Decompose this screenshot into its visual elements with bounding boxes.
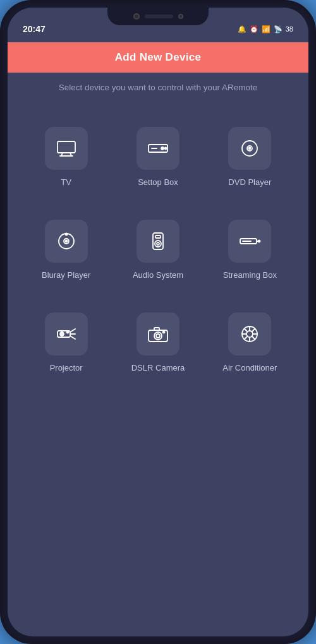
- signal-icon: 📶: [262, 25, 270, 33]
- tv-label: TV: [61, 177, 71, 188]
- projector-icon: [45, 313, 88, 355]
- device-settop-box[interactable]: Settop Box: [112, 111, 204, 204]
- audio-system-icon: [137, 220, 179, 263]
- bluray-player-icon: [45, 220, 88, 263]
- svg-point-17: [157, 242, 159, 245]
- dvd-player-label: DVD Player: [228, 177, 271, 188]
- subtitle-text: Select device you want to control with y…: [8, 73, 308, 105]
- svg-line-27: [70, 329, 75, 332]
- svg-point-32: [154, 332, 162, 340]
- projector-label: Projector: [50, 363, 83, 374]
- device-projector[interactable]: Projector: [20, 297, 112, 390]
- alarm-icon: ⏰: [250, 25, 258, 33]
- device-tv[interactable]: TV: [20, 111, 112, 204]
- status-icons: 🔔 ⏰ 📶 📡 38: [238, 20, 293, 33]
- device-audio-system[interactable]: Audio System: [112, 204, 204, 297]
- svg-point-14: [65, 233, 67, 235]
- front-camera: [133, 13, 140, 20]
- page-header: Add New Device: [8, 42, 308, 73]
- audio-system-label: Audio System: [133, 270, 183, 281]
- svg-line-42: [252, 336, 255, 339]
- notch: [107, 8, 209, 25]
- device-streaming-box[interactable]: Streaming Box: [204, 204, 296, 297]
- svg-point-13: [65, 240, 67, 242]
- air-conditioner-label: Air Conditioner: [222, 363, 277, 374]
- svg-point-26: [66, 331, 68, 333]
- svg-point-10: [249, 148, 251, 150]
- wifi-icon: 📡: [274, 25, 283, 33]
- sensor: [178, 14, 183, 19]
- dslr-camera-icon: [137, 313, 179, 355]
- earpiece: [145, 15, 173, 18]
- svg-point-6: [161, 147, 164, 150]
- svg-rect-31: [154, 328, 159, 330]
- dslr-camera-label: DSLR Camera: [131, 363, 185, 374]
- notification-icon: 🔔: [238, 25, 246, 33]
- device-air-conditioner[interactable]: Air Conditioner: [204, 297, 296, 390]
- page-title: Add New Device: [115, 51, 201, 63]
- air-conditioner-icon: [228, 313, 271, 355]
- tv-icon: [45, 127, 88, 170]
- bluray-player-label: Bluray Player: [42, 270, 90, 281]
- svg-point-33: [156, 334, 160, 338]
- svg-rect-18: [155, 236, 161, 238]
- battery: 38: [286, 25, 293, 33]
- streaming-box-label: Streaming Box: [223, 270, 277, 281]
- phone-frame: 20:47 🔔 ⏰ 📶 📡 38 Add New Device Select d…: [0, 0, 316, 644]
- phone-screen: 20:47 🔔 ⏰ 📶 📡 38 Add New Device Select d…: [8, 8, 308, 636]
- svg-line-29: [70, 336, 75, 339]
- settop-box-icon: [137, 127, 179, 170]
- status-bar: 20:47 🔔 ⏰ 📶 📡 38: [8, 8, 308, 42]
- svg-rect-0: [58, 141, 75, 153]
- device-dvd-player[interactable]: DVD Player: [204, 111, 296, 204]
- device-grid: TV Settop Box: [8, 105, 308, 396]
- svg-line-41: [245, 328, 248, 331]
- svg-point-21: [258, 240, 260, 242]
- streaming-box-icon: [228, 220, 271, 263]
- settop-box-label: Settop Box: [138, 177, 178, 188]
- svg-line-43: [252, 328, 255, 331]
- svg-point-34: [162, 331, 164, 333]
- battery-level: 38: [286, 25, 293, 33]
- svg-point-16: [155, 241, 161, 247]
- svg-point-7: [164, 148, 166, 150]
- clock: 20:47: [23, 19, 46, 34]
- svg-point-25: [61, 333, 62, 335]
- device-dslr-camera[interactable]: DSLR Camera: [112, 297, 204, 390]
- device-bluray-player[interactable]: Bluray Player: [20, 204, 112, 297]
- svg-line-44: [245, 336, 248, 339]
- dvd-player-icon: [228, 127, 271, 170]
